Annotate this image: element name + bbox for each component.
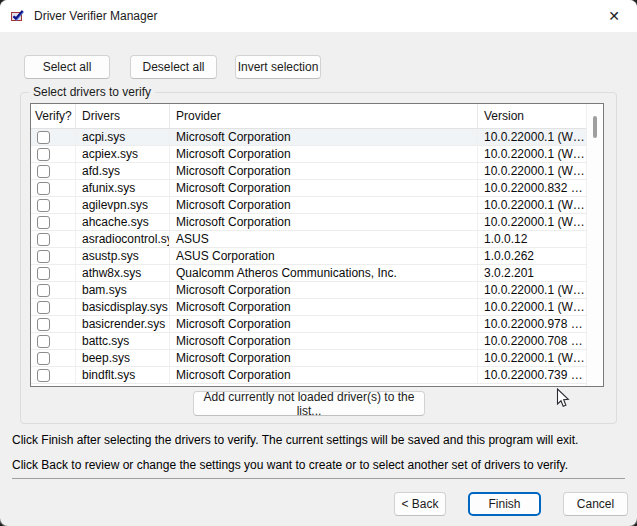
finish-instruction-text: Click Finish after selecting the drivers… (12, 433, 578, 447)
drivers-list[interactable]: Verify?DriversProviderVersion acpi.sysMi… (30, 103, 604, 387)
driver-name-cell: asradiocontrol.sys (76, 231, 170, 247)
driver-name-cell: bindflt.sys (76, 367, 170, 383)
groupbox-label: Select drivers to verify (29, 85, 155, 100)
version-cell: 10.0.22000.1 (WinBui... (478, 146, 586, 162)
verify-checkbox[interactable] (37, 369, 50, 382)
column-header[interactable]: Drivers (76, 104, 170, 129)
table-row[interactable]: afd.sysMicrosoft Corporation10.0.22000.1… (31, 163, 586, 180)
table-row[interactable]: asradiocontrol.sysASUS1.0.0.12 (31, 231, 586, 248)
column-header[interactable]: Version (478, 104, 586, 129)
verify-checkbox[interactable] (37, 352, 50, 365)
table-row[interactable]: ahcache.sysMicrosoft Corporation10.0.220… (31, 214, 586, 231)
driver-name-cell: agilevpn.sys (76, 197, 170, 213)
version-cell: 1.0.0.262 (478, 248, 586, 264)
verify-checkbox[interactable] (37, 165, 50, 178)
verify-checkbox[interactable] (37, 216, 50, 229)
provider-cell: Microsoft Corporation (170, 180, 478, 196)
close-button[interactable]: ✕ (591, 0, 637, 32)
back-button[interactable]: < Back (394, 492, 446, 516)
back-instruction-text: Click Back to review or change the setti… (12, 458, 568, 472)
driver-verifier-icon (10, 8, 26, 24)
version-cell: 10.0.22000.1 (WinBui... (478, 299, 586, 315)
provider-cell: Microsoft Corporation (170, 299, 478, 315)
verify-cell (31, 231, 76, 247)
provider-cell: Microsoft Corporation (170, 214, 478, 230)
column-header[interactable]: Provider (170, 104, 478, 129)
driver-name-cell: acpiex.sys (76, 146, 170, 162)
table-row[interactable]: basicdisplay.sysMicrosoft Corporation10.… (31, 299, 586, 316)
table-row[interactable]: acpiex.sysMicrosoft Corporation10.0.2200… (31, 146, 586, 163)
verify-checkbox[interactable] (37, 284, 50, 297)
table-row[interactable]: afunix.sysMicrosoft Corporation10.0.2200… (31, 180, 586, 197)
provider-cell: Microsoft Corporation (170, 129, 478, 145)
driver-name-cell: asustp.sys (76, 248, 170, 264)
version-cell: 10.0.22000.1 (WinBui... (478, 350, 586, 366)
list-rows: acpi.sysMicrosoft Corporation10.0.22000.… (31, 129, 586, 384)
version-cell: 10.0.22000.1 (WinBui... (478, 214, 586, 230)
list-header[interactable]: Verify?DriversProviderVersion (31, 104, 586, 129)
cancel-button[interactable]: Cancel (563, 492, 628, 516)
verify-cell (31, 299, 76, 315)
footer-divider (12, 478, 625, 479)
verify-checkbox[interactable] (37, 148, 50, 161)
driver-name-cell: basicdisplay.sys (76, 299, 170, 315)
driver-name-cell: battc.sys (76, 333, 170, 349)
table-row[interactable]: agilevpn.sysMicrosoft Corporation10.0.22… (31, 197, 586, 214)
verify-checkbox[interactable] (37, 301, 50, 314)
verify-cell (31, 214, 76, 230)
verify-checkbox[interactable] (37, 267, 50, 280)
column-header[interactable]: Verify? (31, 104, 76, 129)
verify-cell (31, 146, 76, 162)
verify-checkbox[interactable] (37, 335, 50, 348)
version-cell: 10.0.22000.739 (Win... (478, 367, 586, 383)
verify-cell (31, 367, 76, 383)
verify-checkbox[interactable] (37, 182, 50, 195)
add-unloaded-drivers-button[interactable]: Add currently not loaded driver(s) to th… (193, 391, 425, 416)
cursor-arrow-icon (556, 388, 570, 409)
finish-button[interactable]: Finish (468, 492, 541, 516)
verify-cell (31, 316, 76, 332)
select-all-button[interactable]: Select all (24, 55, 110, 79)
table-row[interactable]: bindflt.sysMicrosoft Corporation10.0.220… (31, 367, 586, 384)
driver-name-cell: afunix.sys (76, 180, 170, 196)
window-title: Driver Verifier Manager (34, 0, 157, 32)
driver-name-cell: beep.sys (76, 350, 170, 366)
table-row[interactable]: beep.sysMicrosoft Corporation10.0.22000.… (31, 350, 586, 367)
verify-checkbox[interactable] (37, 199, 50, 212)
verify-cell (31, 282, 76, 298)
verify-cell (31, 265, 76, 281)
table-row[interactable]: asustp.sysASUS Corporation1.0.0.262 (31, 248, 586, 265)
version-cell: 10.0.22000.1 (WinBui... (478, 163, 586, 179)
table-row[interactable]: battc.sysMicrosoft Corporation10.0.22000… (31, 333, 586, 350)
provider-cell: Qualcomm Atheros Communications, Inc. (170, 265, 478, 281)
provider-cell: Microsoft Corporation (170, 316, 478, 332)
verify-checkbox[interactable] (37, 131, 50, 144)
verify-cell (31, 163, 76, 179)
verify-cell (31, 350, 76, 366)
close-icon: ✕ (608, 8, 620, 24)
deselect-all-button[interactable]: Deselect all (130, 55, 217, 79)
invert-selection-button[interactable]: Invert selection (235, 55, 321, 79)
version-cell: 10.0.22000.1 (WinBui... (478, 197, 586, 213)
table-row[interactable]: bam.sysMicrosoft Corporation10.0.22000.1… (31, 282, 586, 299)
driver-verifier-manager-window: Driver Verifier Manager ✕ Select all Des… (0, 0, 637, 526)
scrollbar-thumb[interactable] (593, 116, 597, 138)
verify-cell (31, 129, 76, 145)
verify-cell (31, 197, 76, 213)
verify-checkbox[interactable] (37, 250, 50, 263)
driver-name-cell: afd.sys (76, 163, 170, 179)
table-row[interactable]: acpi.sysMicrosoft Corporation10.0.22000.… (31, 129, 586, 146)
verify-checkbox[interactable] (37, 233, 50, 246)
driver-name-cell: athw8x.sys (76, 265, 170, 281)
verify-cell (31, 180, 76, 196)
verify-checkbox[interactable] (37, 318, 50, 331)
provider-cell: ASUS (170, 231, 478, 247)
provider-cell: Microsoft Corporation (170, 350, 478, 366)
provider-cell: Microsoft Corporation (170, 282, 478, 298)
table-row[interactable]: athw8x.sysQualcomm Atheros Communication… (31, 265, 586, 282)
vertical-scrollbar[interactable] (586, 104, 603, 386)
version-cell: 10.0.22000.708 (Win... (478, 333, 586, 349)
version-cell: 10.0.22000.832 (Win... (478, 180, 586, 196)
version-cell: 3.0.2.201 (478, 265, 586, 281)
table-row[interactable]: basicrender.sysMicrosoft Corporation10.0… (31, 316, 586, 333)
